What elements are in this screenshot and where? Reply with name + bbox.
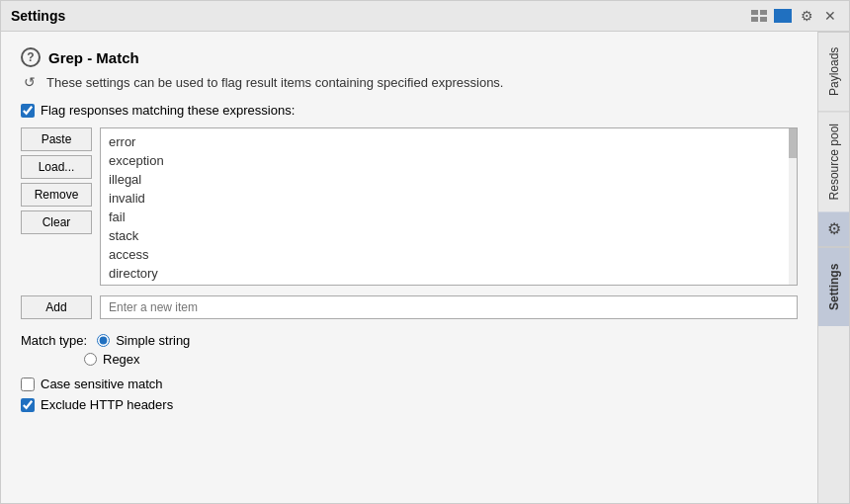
- window-title: Settings: [11, 8, 65, 24]
- case-sensitive-label: Case sensitive match: [41, 377, 163, 391]
- simple-string-radio[interactable]: [97, 334, 110, 347]
- resource-pool-label: Resource pool: [827, 124, 841, 200]
- sidebar-settings-gear: ⚙: [818, 211, 849, 247]
- regex-label: Regex: [103, 352, 140, 367]
- section-header: ? Grep - Match: [21, 47, 798, 67]
- add-row: Add: [21, 295, 798, 319]
- reset-row: ↺ These settings can be used to flag res…: [21, 73, 798, 91]
- svg-rect-0: [751, 10, 758, 15]
- load-button[interactable]: Load...: [21, 155, 92, 179]
- match-type-section: Match type: Simple string Regex: [21, 333, 798, 367]
- flag-checkbox-row: Flag responses matching these expression…: [21, 103, 798, 118]
- close-button[interactable]: ✕: [821, 7, 839, 25]
- regex-radio[interactable]: [84, 353, 97, 366]
- svg-rect-1: [760, 10, 767, 15]
- sidebar-tab-resource-pool[interactable]: Resource pool: [818, 111, 849, 211]
- scrollbar-track: [789, 128, 797, 285]
- sidebar-tab-settings[interactable]: Settings: [818, 247, 849, 326]
- svg-rect-2: [751, 17, 758, 22]
- title-bar-controls: ⚙ ✕: [750, 7, 839, 25]
- expression-list-container[interactable]: errorexceptionillegalinvalidfailstackacc…: [100, 127, 798, 286]
- list-item[interactable]: illegal: [101, 170, 797, 189]
- regex-row: Regex: [84, 352, 798, 367]
- section-title: Grep - Match: [48, 49, 139, 66]
- expression-list: errorexceptionillegalinvalidfailstackacc…: [101, 128, 797, 286]
- remove-button[interactable]: Remove: [21, 183, 92, 207]
- match-type-label: Match type:: [21, 333, 87, 348]
- list-item[interactable]: stack: [101, 226, 797, 245]
- reset-icon[interactable]: ↺: [21, 73, 39, 91]
- split-view-icon[interactable]: [774, 9, 792, 23]
- payloads-label: Payloads: [827, 47, 841, 96]
- expressions-area: Paste Load... Remove Clear errorexceptio…: [21, 127, 798, 286]
- exclude-headers-label: Exclude HTTP headers: [41, 397, 173, 412]
- new-item-input[interactable]: [100, 295, 798, 319]
- title-bar: Settings ⚙ ✕: [1, 1, 849, 32]
- right-sidebar: Payloads Resource pool ⚙ Settings: [817, 32, 849, 503]
- exclude-headers-checkbox[interactable]: [21, 398, 35, 412]
- list-item[interactable]: invalid: [101, 189, 797, 208]
- scrollbar-thumb[interactable]: [789, 128, 797, 158]
- settings-panel: ? Grep - Match ↺ These settings can be u…: [1, 32, 817, 503]
- list-item[interactable]: access: [101, 245, 797, 264]
- case-sensitive-checkbox[interactable]: [21, 378, 35, 391]
- list-item[interactable]: error: [101, 132, 797, 151]
- exclude-headers-row: Exclude HTTP headers: [21, 397, 798, 412]
- expression-buttons: Paste Load... Remove Clear: [21, 127, 92, 286]
- list-item[interactable]: fail: [101, 208, 797, 226]
- help-icon[interactable]: ?: [21, 47, 41, 67]
- list-item[interactable]: directory: [101, 264, 797, 283]
- grid-view-icon[interactable]: [750, 9, 768, 23]
- settings-icon[interactable]: ⚙: [798, 7, 815, 25]
- simple-string-row: Match type: Simple string: [21, 333, 798, 348]
- simple-string-label: Simple string: [116, 333, 190, 348]
- section-description: These settings can be used to flag resul…: [46, 75, 503, 90]
- add-button[interactable]: Add: [21, 295, 92, 319]
- settings-label: Settings: [827, 264, 841, 310]
- clear-button[interactable]: Clear: [21, 210, 92, 234]
- settings-gear-icon: ⚙: [827, 219, 841, 238]
- svg-rect-3: [760, 17, 767, 22]
- flag-checkbox-label: Flag responses matching these expression…: [41, 103, 295, 118]
- case-sensitive-row: Case sensitive match: [21, 377, 798, 391]
- list-item[interactable]: exception: [101, 151, 797, 170]
- sidebar-tab-payloads[interactable]: Payloads: [818, 32, 849, 111]
- paste-button[interactable]: Paste: [21, 127, 92, 151]
- options-section: Case sensitive match Exclude HTTP header…: [21, 377, 798, 412]
- flag-checkbox[interactable]: [21, 104, 35, 118]
